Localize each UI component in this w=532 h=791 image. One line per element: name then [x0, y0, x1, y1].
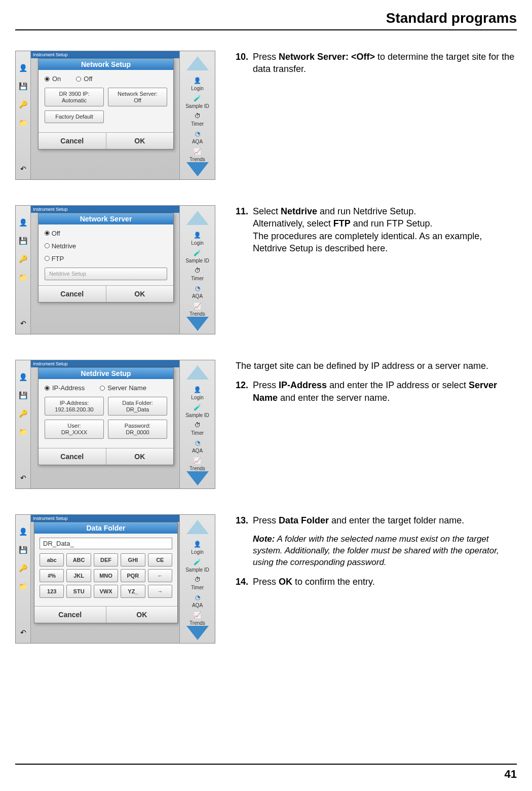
radio-off[interactable]: Off: [45, 230, 167, 237]
trends-icon[interactable]: 📈: [193, 147, 203, 156]
keypad-key[interactable]: #%: [40, 569, 64, 582]
ok-button[interactable]: OK: [106, 607, 178, 623]
window-strip: Instrument Setup: [31, 360, 179, 367]
keypad-key[interactable]: ABC: [66, 553, 91, 567]
timer-label: Timer: [191, 121, 204, 127]
keypad-key[interactable]: →: [148, 585, 172, 598]
trends-icon[interactable]: 📈: [193, 302, 203, 310]
dialog-network-server: Network Server Off Netdrive FTP Netdrive…: [38, 213, 174, 303]
login-icon[interactable]: 👤: [193, 540, 203, 548]
keypad-key[interactable]: PQR: [121, 569, 145, 582]
radio-netdrive[interactable]: Netdrive: [45, 242, 167, 250]
undo-icon: ↶: [18, 318, 29, 329]
ok-button[interactable]: OK: [106, 133, 174, 149]
arrow-down-icon[interactable]: [186, 162, 209, 176]
right-toolbar: 👤 Login 🧪 Sample ID ⏱ Timer ◔ AQA 📈 Tren…: [179, 360, 215, 488]
login-label: Login: [191, 395, 203, 400]
trends-icon[interactable]: 📈: [193, 457, 203, 465]
arrow-down-icon[interactable]: [186, 626, 209, 640]
keypad-key[interactable]: DEF: [94, 553, 118, 567]
btn-password[interactable]: Password:DR_0000: [108, 420, 167, 438]
keypad-key[interactable]: CE: [148, 553, 172, 567]
page-number: 41: [505, 768, 517, 780]
sample-icon[interactable]: 🧪: [193, 249, 203, 257]
aqa-icon[interactable]: ◔: [193, 593, 203, 601]
sample-label: Sample ID: [185, 412, 209, 418]
undo-icon: ↶: [18, 627, 29, 638]
ok-button[interactable]: OK: [106, 286, 174, 302]
timer-icon[interactable]: ⏱: [193, 112, 203, 120]
login-icon[interactable]: 👤: [193, 231, 203, 239]
timer-icon[interactable]: ⏱: [193, 421, 203, 429]
disk-icon: 💾: [18, 544, 29, 555]
arrow-up-icon[interactable]: [186, 520, 209, 534]
radio-server-name[interactable]: Server Name: [100, 384, 146, 392]
step-row-13-14: 👤 💾 🔑 📁 ↶ Instrument Setup Data Folder D…: [15, 514, 517, 644]
window-strip: Instrument Setup: [31, 515, 179, 522]
arrow-up-icon[interactable]: [186, 56, 209, 70]
keypad-key[interactable]: YZ_: [121, 585, 145, 598]
radio-ip-address[interactable]: IP-Address: [45, 384, 85, 392]
sample-label: Sample ID: [185, 103, 209, 109]
section-header: Standard programs: [15, 10, 517, 30]
cancel-button[interactable]: Cancel: [34, 607, 106, 623]
folder-icon: 📁: [18, 272, 29, 283]
btn-data-folder[interactable]: Data Folder:DR_Data: [108, 397, 167, 416]
cancel-button[interactable]: Cancel: [39, 286, 106, 302]
keypad-key[interactable]: GHI: [121, 553, 145, 567]
arrow-up-icon[interactable]: [186, 365, 209, 380]
btn-network-server[interactable]: Network Server:Off: [108, 88, 167, 106]
radio-off[interactable]: Off: [76, 75, 92, 83]
cancel-button[interactable]: Cancel: [39, 133, 106, 149]
radio-off-label: Off: [52, 230, 60, 237]
aqa-icon[interactable]: ◔: [193, 439, 203, 447]
aqa-label: AQA: [192, 448, 203, 454]
login-icon[interactable]: 👤: [193, 77, 203, 85]
keypad-key[interactable]: JKL: [66, 569, 91, 582]
text-input[interactable]: DR_Data_: [40, 538, 172, 549]
undo-icon: ↶: [18, 163, 29, 174]
radio-ftp[interactable]: FTP: [45, 255, 167, 262]
keypad-key[interactable]: abc: [40, 553, 64, 567]
keypad-key[interactable]: VWX: [94, 585, 118, 598]
keypad-key[interactable]: ←: [148, 569, 172, 582]
arrow-up-icon[interactable]: [186, 211, 209, 225]
step-row-12: 👤 💾 🔑 📁 ↶ Instrument Setup Netdrive Setu…: [15, 360, 517, 489]
ok-button[interactable]: OK: [106, 448, 174, 465]
login-label: Login: [191, 549, 203, 555]
cancel-button[interactable]: Cancel: [39, 448, 106, 465]
keypad-key[interactable]: STU: [66, 585, 91, 598]
sample-icon[interactable]: 🧪: [193, 558, 203, 566]
note-text: Note: A folder with the selected name mu…: [253, 534, 517, 569]
left-toolbar: 👤 💾 🔑 📁 ↶: [16, 206, 31, 334]
aqa-icon[interactable]: ◔: [193, 284, 203, 292]
keypad-key[interactable]: 123: [40, 585, 64, 598]
dialog-title: Data Folder: [34, 522, 177, 534]
timer-icon[interactable]: ⏱: [193, 576, 203, 584]
btn-ip-address[interactable]: IP-Address:192.168.200.30: [45, 397, 104, 416]
dialog-title: Network Setup: [39, 59, 173, 70]
person-icon: 👤: [18, 526, 29, 537]
login-icon[interactable]: 👤: [193, 386, 203, 394]
disk-icon: 💾: [18, 81, 29, 92]
aqa-label: AQA: [192, 139, 203, 144]
arrow-down-icon[interactable]: [186, 471, 209, 485]
sample-icon[interactable]: 🧪: [193, 403, 203, 411]
sample-icon[interactable]: 🧪: [193, 94, 203, 102]
aqa-icon[interactable]: ◔: [193, 130, 203, 138]
timer-label: Timer: [191, 585, 204, 590]
key-icon: 🔑: [18, 408, 29, 419]
btn-factory-default[interactable]: Factory Default: [45, 110, 104, 123]
arrow-down-icon[interactable]: [186, 317, 209, 331]
btn-dr3900-ip[interactable]: DR 3900 IP:Automatic: [45, 88, 104, 106]
trends-icon[interactable]: 📈: [193, 611, 203, 619]
step-text: Press Network Server: <Off> to determine…: [253, 51, 517, 76]
radio-on-label: On: [52, 75, 61, 83]
btn-netdrive-setup[interactable]: Netdrive Setup: [45, 268, 167, 280]
radio-on[interactable]: On: [45, 75, 61, 83]
login-label: Login: [191, 86, 203, 91]
keypad-key[interactable]: MNO: [94, 569, 118, 582]
step-text: Select Netdrive and run Netdrive Setup. …: [253, 205, 517, 254]
btn-user[interactable]: User:DR_XXXX: [45, 420, 104, 438]
timer-icon[interactable]: ⏱: [193, 267, 203, 275]
